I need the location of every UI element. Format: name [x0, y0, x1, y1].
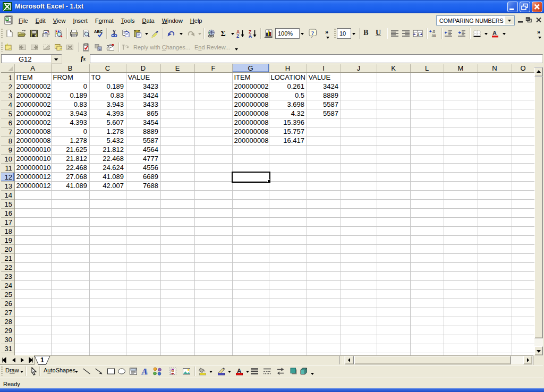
svg-text:H: H	[285, 64, 290, 72]
svg-text:6689: 6689	[143, 173, 158, 181]
svg-text:29: 29	[5, 327, 12, 335]
svg-text:3.698: 3.698	[287, 100, 304, 108]
svg-text:22: 22	[5, 263, 12, 271]
svg-text:0.189: 0.189	[70, 91, 87, 99]
svg-text:3424: 3424	[323, 82, 338, 90]
svg-text:F: F	[211, 64, 216, 72]
svg-text:L: L	[425, 64, 429, 72]
svg-text:3.943: 3.943	[70, 109, 87, 117]
svg-text:200000010: 200000010	[16, 155, 51, 163]
svg-text:B: B	[68, 64, 73, 72]
svg-text:0.261: 0.261	[287, 82, 304, 90]
svg-text:42.007: 42.007	[103, 182, 124, 190]
svg-text:5587: 5587	[143, 137, 158, 144]
svg-text:7: 7	[8, 128, 12, 136]
svg-text:16: 16	[5, 209, 12, 217]
svg-text:5.607: 5.607	[106, 118, 124, 126]
svg-text:21: 21	[5, 254, 12, 262]
svg-text:200000002: 200000002	[16, 118, 51, 126]
svg-text:21.812: 21.812	[66, 155, 87, 163]
svg-text:a: a	[417, 32, 420, 37]
svg-text:17: 17	[5, 218, 12, 226]
svg-text:5: 5	[8, 110, 12, 118]
svg-text:N: N	[492, 64, 497, 72]
svg-text:15: 15	[5, 200, 12, 208]
svg-text:28: 28	[5, 318, 12, 326]
svg-text:5.432: 5.432	[106, 137, 124, 144]
svg-text:200000008: 200000008	[234, 137, 269, 144]
svg-text:12: 12	[5, 173, 12, 181]
svg-text:13: 13	[5, 182, 12, 190]
svg-text:15.396: 15.396	[283, 118, 304, 126]
svg-text:9: 9	[8, 146, 12, 154]
svg-text:24.624: 24.624	[103, 164, 124, 172]
svg-text:VALUE: VALUE	[309, 73, 331, 81]
svg-text:VALUE: VALUE	[128, 73, 150, 81]
svg-text:»: »	[325, 29, 328, 35]
svg-text:865: 865	[147, 109, 158, 117]
svg-text:200000010: 200000010	[16, 146, 51, 154]
svg-text:26: 26	[5, 300, 12, 308]
svg-text:4: 4	[8, 101, 12, 109]
svg-text:LOCATION: LOCATION	[271, 73, 306, 81]
svg-text:25: 25	[5, 291, 12, 299]
svg-text:31: 31	[5, 345, 12, 353]
svg-text:Σ: Σ	[221, 30, 226, 38]
svg-text:200000002: 200000002	[16, 82, 51, 90]
svg-text:0: 0	[83, 82, 87, 90]
svg-text:200000002: 200000002	[16, 91, 51, 99]
svg-text:5587: 5587	[323, 100, 338, 108]
svg-text:M: M	[458, 64, 464, 72]
svg-text:0.83: 0.83	[74, 100, 87, 108]
svg-text:I: I	[322, 64, 325, 72]
svg-text:0.189: 0.189	[106, 82, 124, 90]
svg-text:TO: TO	[91, 73, 101, 81]
svg-text:200000010: 200000010	[16, 164, 51, 172]
svg-text:K: K	[391, 64, 396, 72]
svg-text:4777: 4777	[143, 155, 158, 163]
svg-text:24: 24	[5, 282, 12, 289]
svg-text:21.812: 21.812	[103, 146, 124, 154]
svg-text:A: A	[30, 64, 35, 72]
svg-text:3.943: 3.943	[106, 100, 124, 108]
svg-text:6: 6	[8, 119, 12, 127]
svg-text:200000002: 200000002	[16, 109, 51, 117]
svg-text:200000008: 200000008	[16, 137, 51, 144]
svg-text:22.468: 22.468	[103, 155, 124, 163]
svg-text:19: 19	[5, 236, 12, 244]
svg-text:3454: 3454	[143, 118, 158, 126]
svg-text:200000008: 200000008	[234, 100, 269, 108]
svg-text:G: G	[248, 64, 253, 72]
svg-text:200000012: 200000012	[16, 182, 51, 190]
svg-text:200000008: 200000008	[234, 127, 269, 135]
svg-text:27.068: 27.068	[66, 173, 87, 181]
svg-text:»: »	[537, 29, 540, 35]
svg-text:27: 27	[5, 309, 12, 317]
svg-text:.00: .00	[431, 34, 436, 38]
svg-text:15.757: 15.757	[283, 127, 304, 135]
svg-text:21.625: 21.625	[66, 146, 87, 154]
svg-text:4.393: 4.393	[70, 118, 87, 126]
svg-text:200000008: 200000008	[234, 91, 269, 99]
svg-text:3433: 3433	[143, 100, 158, 108]
svg-text:30: 30	[5, 336, 12, 344]
svg-text:23: 23	[5, 272, 12, 280]
svg-text:8: 8	[8, 137, 12, 145]
svg-text:41.089: 41.089	[66, 182, 87, 190]
svg-text:14: 14	[5, 191, 12, 199]
svg-text:16.417: 16.417	[283, 137, 304, 144]
svg-text:FROM: FROM	[53, 73, 73, 81]
svg-text:3: 3	[8, 92, 12, 100]
svg-text:1.278: 1.278	[106, 127, 124, 135]
svg-text:ITEM: ITEM	[234, 73, 251, 81]
svg-text:0.5: 0.5	[295, 91, 304, 99]
svg-text:200000002: 200000002	[16, 100, 51, 108]
svg-text:1: 1	[8, 74, 12, 82]
svg-text:20: 20	[5, 245, 12, 253]
svg-text:200000008: 200000008	[234, 118, 269, 126]
svg-text:7688: 7688	[143, 182, 158, 190]
svg-text:E: E	[175, 64, 180, 72]
svg-text:?: ?	[311, 30, 314, 36]
svg-text:41.089: 41.089	[103, 173, 124, 181]
svg-text:8889: 8889	[143, 127, 158, 135]
